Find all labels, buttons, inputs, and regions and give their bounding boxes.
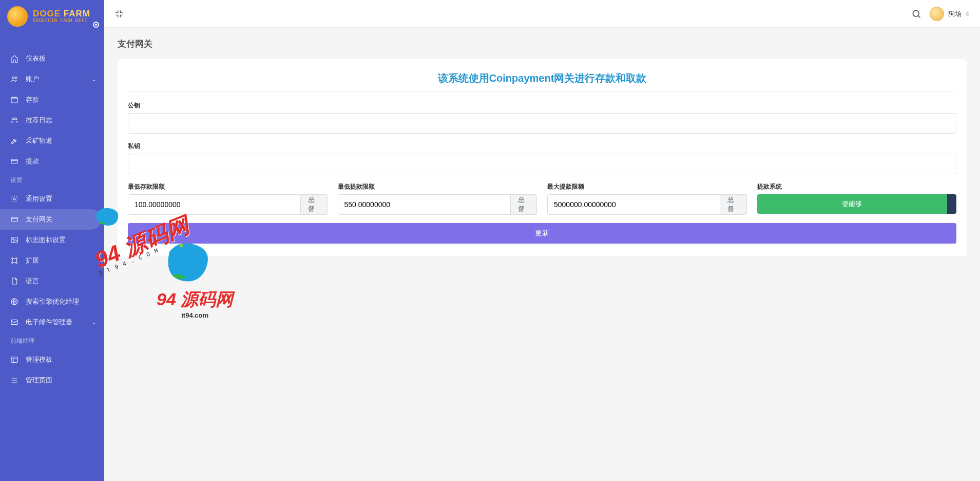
logo-icon bbox=[7, 6, 28, 27]
globe-icon bbox=[10, 298, 18, 306]
user-name: 狗场 bbox=[948, 9, 962, 18]
sidebar-item-pages[interactable]: 管理页面 bbox=[0, 370, 104, 391]
svg-point-11 bbox=[16, 258, 17, 260]
sidebar-item-deposit[interactable]: 存款 bbox=[0, 89, 104, 110]
sidebar-item-mining[interactable]: 采矿轨道 bbox=[0, 131, 104, 151]
calendar-icon bbox=[10, 96, 18, 104]
content: 支付网关 该系统使用Coinpayment网关进行存款和取款 公钥 私钥 最低存… bbox=[104, 28, 980, 266]
update-button[interactable]: 更新 bbox=[128, 223, 956, 244]
chevron-down-icon: ⊙ bbox=[966, 11, 970, 16]
sidebar-item-logo-settings[interactable]: 标志图标设置 bbox=[0, 230, 104, 250]
logo-subtitle: DOGECOIN FARM DEFI bbox=[33, 18, 90, 24]
layout-icon bbox=[10, 356, 18, 364]
card-heading: 该系统使用Coinpayment网关进行存款和取款 bbox=[128, 71, 956, 85]
sidebar-item-label: 扩展 bbox=[26, 256, 39, 265]
currency-addon: 总督 bbox=[511, 194, 537, 215]
sidebar-item-label: 推荐日志 bbox=[26, 116, 52, 125]
sidebar-item-dashboard[interactable]: 仪表板 bbox=[0, 48, 104, 69]
svg-rect-5 bbox=[11, 159, 17, 163]
gear-icon bbox=[10, 195, 18, 203]
logo-area: DOGE FARM DOGECOIN FARM DEFI bbox=[0, 0, 104, 33]
card-icon bbox=[10, 215, 18, 224]
sidebar-item-label: 账户 bbox=[26, 75, 39, 84]
chevron-down-icon: ⌄ bbox=[92, 77, 96, 82]
sidebar-item-language[interactable]: 语言 bbox=[0, 271, 104, 291]
sidebar-item-account[interactable]: 账户 ⌄ bbox=[0, 69, 104, 89]
header: 狗场 ⊙ bbox=[104, 0, 980, 28]
sidebar-item-label: 语言 bbox=[26, 276, 39, 286]
min-deposit-input[interactable] bbox=[128, 194, 301, 215]
users-icon bbox=[10, 75, 18, 83]
max-withdraw-label: 最大提款限额 bbox=[547, 182, 747, 191]
sidebar-collapse-toggle[interactable] bbox=[93, 22, 99, 28]
svg-point-9 bbox=[13, 238, 14, 240]
min-withdraw-input[interactable] bbox=[338, 194, 511, 215]
menu-icon bbox=[10, 376, 18, 384]
sidebar-item-label: 管理模板 bbox=[26, 355, 52, 364]
section-title-settings: 设置 bbox=[0, 172, 104, 189]
svg-point-17 bbox=[913, 10, 919, 16]
people-icon bbox=[10, 116, 18, 124]
svg-point-0 bbox=[12, 77, 14, 79]
currency-addon: 总督 bbox=[720, 194, 746, 215]
sidebar-item-label: 支付网关 bbox=[26, 215, 52, 224]
svg-point-13 bbox=[16, 262, 17, 264]
svg-point-4 bbox=[15, 118, 17, 120]
doc-icon bbox=[10, 277, 18, 285]
svg-point-12 bbox=[12, 262, 13, 264]
fullscreen-exit-icon[interactable] bbox=[114, 9, 124, 18]
withdraw-system-toggle[interactable]: 使能够 bbox=[757, 194, 948, 214]
public-key-input[interactable] bbox=[128, 113, 956, 134]
svg-point-6 bbox=[13, 198, 15, 200]
svg-rect-8 bbox=[11, 237, 17, 243]
private-key-label: 私钥 bbox=[128, 142, 956, 151]
min-withdraw-label: 最低提款限额 bbox=[338, 182, 537, 191]
sidebar-item-label: 搜索引擎优化经理 bbox=[26, 297, 79, 306]
sidebar-item-templates[interactable]: 管理模板 bbox=[0, 349, 104, 370]
private-key-input[interactable] bbox=[128, 154, 956, 174]
sidebar-item-referral[interactable]: 推荐日志 bbox=[0, 110, 104, 131]
sidebar: DOGE FARM DOGECOIN FARM DEFI 仪表板 账户 ⌄ 存款 bbox=[0, 0, 104, 481]
sidebar-item-payment-gateway[interactable]: 支付网关 bbox=[0, 209, 101, 230]
section-title-frontend: 前端经理 bbox=[0, 332, 104, 349]
svg-rect-2 bbox=[11, 97, 17, 103]
withdraw-system-label: 提款系统 bbox=[757, 182, 957, 191]
sidebar-item-general-settings[interactable]: 通用设置 bbox=[0, 189, 104, 209]
public-key-label: 公钥 bbox=[128, 101, 956, 110]
sidebar-item-label: 仪表板 bbox=[26, 54, 46, 63]
divider bbox=[128, 91, 956, 92]
sidebar-item-label: 标志图标设置 bbox=[26, 235, 66, 245]
currency-addon: 总督 bbox=[301, 194, 327, 215]
withdraw-system-toggle-side[interactable] bbox=[947, 194, 956, 214]
sidebar-nav: 仪表板 账户 ⌄ 存款 推荐日志 采矿轨道 提款 bbox=[0, 33, 104, 391]
logo-title: DOGE FARM bbox=[33, 9, 90, 19]
sidebar-item-seo[interactable]: 搜索引擎优化经理 bbox=[0, 291, 104, 312]
svg-rect-7 bbox=[11, 217, 17, 221]
page-title: 支付网关 bbox=[118, 38, 967, 50]
svg-point-10 bbox=[12, 258, 13, 260]
sidebar-item-label: 存款 bbox=[26, 95, 39, 104]
image-icon bbox=[10, 236, 18, 244]
sidebar-item-extensions[interactable]: 扩展 bbox=[0, 250, 104, 271]
user-menu[interactable]: 狗场 ⊙ bbox=[930, 7, 970, 21]
wrench-icon bbox=[10, 137, 18, 145]
sidebar-item-label: 通用设置 bbox=[26, 194, 52, 203]
sidebar-item-label: 提款 bbox=[26, 157, 39, 166]
sidebar-item-email[interactable]: 电子邮件管理器 ⌄ bbox=[0, 312, 104, 332]
svg-rect-16 bbox=[11, 357, 17, 363]
sidebar-item-label: 电子邮件管理器 bbox=[26, 318, 72, 327]
home-icon bbox=[10, 54, 18, 63]
sidebar-item-label: 采矿轨道 bbox=[26, 136, 52, 145]
main: 狗场 ⊙ 支付网关 该系统使用Coinpayment网关进行存款和取款 公钥 私… bbox=[104, 0, 980, 481]
sidebar-item-label: 管理页面 bbox=[26, 376, 52, 385]
max-withdraw-input[interactable] bbox=[547, 194, 720, 215]
avatar bbox=[930, 7, 944, 21]
chevron-down-icon: ⌄ bbox=[92, 320, 96, 325]
nodes-icon bbox=[10, 256, 18, 265]
mail-icon bbox=[10, 318, 18, 326]
sidebar-item-withdraw[interactable]: 提款 bbox=[0, 151, 104, 172]
svg-point-3 bbox=[12, 118, 14, 120]
min-deposit-label: 最低存款限额 bbox=[128, 182, 328, 191]
search-icon[interactable] bbox=[911, 9, 921, 19]
form-card: 该系统使用Coinpayment网关进行存款和取款 公钥 私钥 最低存款限额 bbox=[118, 59, 967, 256]
